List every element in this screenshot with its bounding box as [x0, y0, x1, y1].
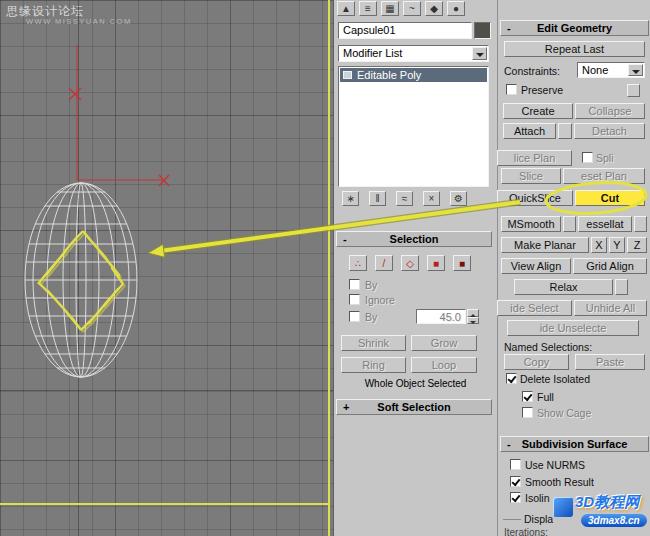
edit-geometry-rollout-header[interactable]: - Edit Geometry — [500, 20, 649, 36]
by-vertex-checkbox[interactable] — [349, 279, 360, 290]
pin-stack-button[interactable]: ∗ — [342, 191, 359, 206]
msmooth-button[interactable]: MSmooth — [501, 216, 561, 232]
make-planar-label: Make Planar — [514, 239, 576, 251]
msmooth-settings-button[interactable] — [563, 216, 576, 232]
repeat-last-button[interactable]: Repeat Last — [504, 41, 645, 57]
stack-item-editable-poly[interactable]: Editable Poly — [340, 68, 487, 82]
ring-button[interactable]: Ring — [341, 357, 406, 373]
attach-label: Attach — [514, 125, 545, 137]
curve-editor-button[interactable]: ~ — [403, 1, 421, 16]
modifier-list-dropdown[interactable]: Modifier List — [338, 45, 489, 62]
relax-button[interactable]: Relax — [514, 279, 613, 295]
isoline-display-label: Isolin — [525, 492, 550, 504]
render-icon: ● — [453, 3, 459, 14]
slice-button[interactable]: Slice — [501, 168, 561, 184]
reset-plane-button[interactable]: eset Plan — [563, 168, 645, 184]
paste-button[interactable]: Paste — [575, 354, 645, 370]
delete-isolated-checkbox[interactable] — [506, 373, 517, 384]
angle-spinner[interactable] — [467, 309, 479, 324]
make-planar-button[interactable]: Make Planar — [501, 237, 589, 253]
use-nurms-checkbox[interactable] — [510, 459, 521, 470]
preserve-settings-button[interactable] — [627, 84, 640, 97]
object-name-field[interactable]: Capsule01 — [338, 22, 472, 39]
isoline-display-checkbox[interactable] — [510, 492, 521, 503]
copy-button[interactable]: Copy — [504, 354, 569, 370]
shrink-button[interactable]: Shrink — [341, 335, 406, 351]
attach-button[interactable]: Attach — [503, 123, 556, 139]
soft-selection-rollout-header[interactable]: + Soft Selection — [336, 399, 492, 415]
dropdown-arrow-icon[interactable] — [628, 64, 643, 76]
render-button[interactable]: ● — [447, 1, 465, 16]
constraints-dropdown[interactable]: None — [577, 62, 645, 78]
polygon-icon: ■ — [433, 258, 439, 269]
reset-plane-label: eset Plan — [581, 170, 627, 182]
constraints-label: Constraints: — [504, 65, 560, 77]
edge-icon: / — [383, 258, 386, 269]
element-mode-button[interactable]: ■ — [453, 255, 471, 271]
soft-selection-title: Soft Selection — [337, 401, 491, 413]
configure-modifier-sets-button[interactable]: ⚙ — [450, 191, 467, 206]
ignore-backfacing-checkbox[interactable] — [349, 294, 360, 305]
layer-manager-icon: ▦ — [385, 3, 394, 14]
polygon-mode-button[interactable]: ■ — [427, 255, 445, 271]
edge-mode-button[interactable]: / — [375, 255, 393, 271]
view-align-button[interactable]: View Align — [501, 258, 571, 274]
loop-button[interactable]: Loop — [411, 357, 477, 373]
viewport-border-right — [328, 0, 330, 536]
subdivision-rollout-header[interactable]: - Subdivision Surface — [500, 436, 649, 452]
dropdown-arrow-icon[interactable] — [472, 47, 487, 60]
tessellate-button[interactable]: essellat — [578, 216, 632, 232]
tessellate-settings-button[interactable] — [634, 216, 647, 232]
use-nurms-label: Use NURMS — [525, 459, 585, 471]
planar-x-button[interactable]: X — [591, 237, 607, 253]
ring-label: Ring — [362, 359, 385, 371]
unhide-all-button[interactable]: Unhide All — [574, 300, 647, 316]
selection-rollout-header[interactable]: - Selection — [336, 231, 492, 247]
schematic-view-button[interactable]: ◆ — [425, 1, 443, 16]
create-button[interactable]: Create — [503, 103, 573, 119]
logo-site-url: 3dmax8.cn — [581, 514, 647, 527]
object-color-swatch[interactable] — [474, 22, 491, 39]
iterations-label: Iterations: — [504, 527, 548, 536]
hide-selected-button[interactable]: ide Select — [497, 300, 572, 316]
element-icon: ■ — [459, 258, 465, 269]
spinner-up-icon[interactable] — [467, 309, 479, 317]
relax-settings-button[interactable] — [615, 279, 628, 295]
loop-label: Loop — [432, 359, 456, 371]
hide-unselected-button[interactable]: ide Unselecte — [507, 320, 639, 336]
full-interactivity-checkbox[interactable] — [522, 391, 533, 402]
border-mode-button[interactable]: ◇ — [401, 255, 419, 271]
grow-button[interactable]: Grow — [411, 335, 477, 351]
by-angle-checkbox[interactable] — [349, 311, 360, 322]
planar-y-button[interactable]: Y — [609, 237, 625, 253]
display-group-line — [503, 519, 521, 520]
spinner-down-icon[interactable] — [467, 317, 479, 325]
split-checkbox[interactable] — [582, 152, 593, 163]
vertex-mode-button[interactable]: ∴ — [349, 255, 367, 271]
show-end-result-button[interactable]: ‖ — [369, 191, 386, 206]
attach-list-button[interactable] — [558, 123, 572, 139]
grid-align-button[interactable]: Grid Align — [573, 258, 647, 274]
layer-manager-button[interactable]: ▦ — [381, 1, 399, 16]
slice-plane-button[interactable]: lice Plan — [497, 150, 572, 166]
show-cage-checkbox[interactable] — [522, 407, 533, 418]
smooth-result-label: Smooth Result — [525, 476, 594, 488]
align-tool-button[interactable]: ≡ — [359, 1, 377, 16]
viewport[interactable]: 思缘设计论坛 WWW.MISSYUAN.COM — [0, 0, 333, 536]
make-unique-button[interactable]: ≈ — [396, 191, 413, 206]
cut-button[interactable]: Cut — [575, 190, 645, 206]
angle-field[interactable]: 45.0 — [416, 309, 466, 324]
quickslice-button[interactable]: QuickSlice — [497, 190, 573, 206]
preserve-uvs-checkbox[interactable] — [506, 84, 517, 95]
collapse-button[interactable]: Collapse — [575, 103, 645, 119]
smooth-result-checkbox[interactable] — [510, 476, 521, 487]
modifier-stack[interactable]: Editable Poly — [338, 66, 489, 187]
full-interactivity-label: Full — [537, 391, 554, 403]
remove-modifier-button[interactable]: × — [423, 191, 440, 206]
collapse-sign: - — [343, 233, 347, 245]
mirror-tool-button[interactable]: ▲ — [337, 1, 355, 16]
planar-z-button[interactable]: Z — [627, 237, 647, 253]
capsule-object[interactable] — [20, 178, 145, 384]
detach-button[interactable]: Detach — [574, 123, 645, 139]
by-vertex-label: By — [365, 279, 377, 291]
